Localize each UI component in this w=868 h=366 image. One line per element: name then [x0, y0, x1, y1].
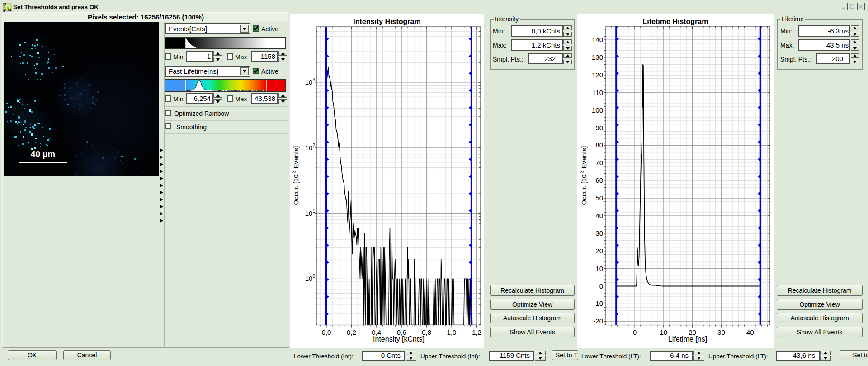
svg-text:0: 0 — [633, 328, 637, 336]
svg-text:60: 60 — [595, 176, 603, 184]
svg-text:110: 110 — [592, 89, 603, 96]
svg-text:Lifetime [ns]: Lifetime [ns] — [668, 335, 707, 343]
svg-text:20: 20 — [595, 247, 603, 255]
svg-text:20: 20 — [689, 328, 696, 336]
svg-text:40: 40 — [595, 212, 603, 219]
svg-text:120: 120 — [592, 71, 603, 79]
svg-text:140: 140 — [592, 36, 603, 43]
svg-text:90: 90 — [595, 124, 603, 132]
svg-text:40: 40 — [746, 328, 754, 336]
svg-text:1,2: 1,2 — [472, 328, 481, 336]
svg-text:0,4: 0,4 — [372, 328, 381, 336]
svg-text:100: 100 — [592, 106, 603, 114]
svg-text:-20: -20 — [593, 317, 603, 325]
svg-text:10: 10 — [595, 265, 603, 272]
svg-text:30: 30 — [717, 328, 725, 336]
svg-text:0,8: 0,8 — [422, 328, 431, 336]
svg-text:80: 80 — [595, 141, 603, 149]
svg-text:Lifetime Histogram: Lifetime Histogram — [643, 18, 708, 25]
svg-text:50: 50 — [595, 194, 603, 202]
svg-text:0,2: 0,2 — [347, 328, 356, 336]
svg-text:1,0: 1,0 — [447, 328, 457, 336]
svg-text:130: 130 — [592, 53, 603, 61]
svg-text:0,0: 0,0 — [322, 328, 331, 336]
svg-text:30: 30 — [595, 229, 603, 237]
svg-text:Intensity Histogram: Intensity Histogram — [353, 18, 420, 25]
svg-text:0,6: 0,6 — [397, 328, 406, 336]
svg-text:Intensity [kCnts]: Intensity [kCnts] — [373, 335, 425, 343]
svg-text:Occur. [10 3 Events]: Occur. [10 3 Events] — [292, 146, 300, 205]
svg-text:10: 10 — [660, 328, 667, 336]
svg-text:70: 70 — [595, 159, 603, 166]
svg-text:Occur. [10 3 Events]: Occur. [10 3 Events] — [580, 146, 588, 205]
svg-text:40 µm: 40 µm — [31, 149, 55, 159]
svg-text:-10: -10 — [593, 299, 603, 307]
svg-text:0: 0 — [599, 282, 603, 290]
svg-text:64: 64 — [8, 8, 12, 12]
